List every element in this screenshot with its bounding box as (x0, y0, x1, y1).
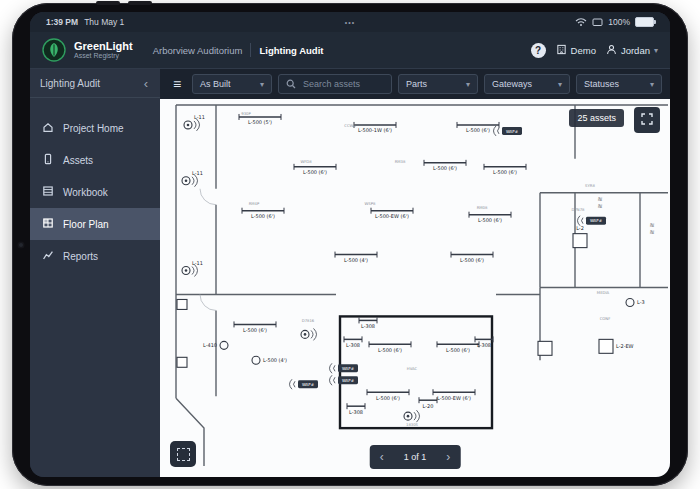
sidebar-item-project-home[interactable]: Project Home (30, 112, 160, 144)
help-button[interactable]: ? (531, 43, 546, 58)
fixture-rm08[interactable]: RM08 (477, 205, 488, 210)
fixture-l-308[interactable]: L-308 (347, 403, 365, 414)
sidebar-item-floor-plan[interactable]: Floor Plan (30, 208, 160, 240)
fixture-speaker[interactable] (404, 410, 420, 422)
sidebar-item-workbook[interactable]: Workbook (30, 176, 160, 208)
next-page-button[interactable]: › (436, 450, 460, 464)
screen-mirroring-icon (592, 18, 603, 27)
fixture-l-5006[interactable]: L-500 (6') (451, 252, 493, 263)
sidebar-item-assets[interactable]: Assets (30, 144, 160, 176)
breadcrumb-location[interactable]: Arborview Auditorium (153, 45, 243, 56)
fixture-l-500-ew6[interactable]: L-500-EW (6') (371, 208, 413, 219)
fixture-l-11[interactable]: L-11 (184, 114, 205, 131)
chevron-down-icon: ▾ (260, 80, 264, 89)
floor-plan-area[interactable]: L-500 (5')L-500-1W (6')L-500 (6')L-500 (… (160, 99, 670, 477)
svg-text:L-308: L-308 (477, 342, 491, 348)
fixture-l-308[interactable]: L-308 (344, 336, 362, 347)
fixture-wap[interactable]: WAP# (330, 363, 359, 373)
breadcrumb-divider (250, 43, 251, 57)
app-subtitle: Asset Registry (74, 52, 133, 59)
fixture-speaker[interactable] (301, 328, 317, 340)
fixture-syr8[interactable]: SYR8 (585, 183, 595, 188)
fixture-l-20[interactable]: L-20 (419, 397, 437, 408)
user-menu[interactable]: Jordan ▾ (606, 44, 658, 57)
fixture-conf[interactable]: CONF (600, 316, 611, 321)
svg-text:WAP#: WAP# (302, 382, 315, 387)
page-indicator: 1 of 1 (394, 452, 437, 462)
fixture-930p[interactable]: 930P (241, 111, 251, 116)
fixture-l-11[interactable]: L-11 (182, 260, 203, 277)
sidebar-item-reports[interactable]: Reports (30, 240, 160, 272)
org-switcher[interactable]: Demo (556, 44, 596, 57)
fixture-l-308[interactable]: L-308 (475, 336, 493, 347)
fixture-l-5006[interactable]: L-500 (6') (234, 321, 276, 332)
fixture-l-5006[interactable]: L-500 (6') (367, 389, 409, 400)
hardware-button (96, 1, 120, 5)
assets-count-badge: 25 assets (569, 109, 624, 127)
fixture-box[interactable] (538, 341, 552, 355)
fixture-l-5006[interactable]: L-500 (6') (369, 341, 411, 352)
fixture-wap[interactable]: WAP# (330, 375, 359, 385)
prev-page-button[interactable]: ‹ (370, 450, 394, 464)
svg-text:L-500 (4'): L-500 (4') (263, 357, 287, 363)
fixture-hvac[interactable]: HVAC (407, 366, 418, 371)
fixture-l-11[interactable]: L-11 (182, 170, 203, 187)
fixture-l-500-1w6[interactable]: L-500-1W (6') (354, 122, 396, 133)
statuses-filter-select[interactable]: Statuses ▾ (576, 74, 662, 94)
fixture-rm38[interactable]: RM38 (395, 159, 406, 164)
screen: 1:39 PM Thu May 1 ••• 100% (30, 12, 670, 477)
fixture-1830s[interactable]: 1830S (406, 422, 419, 427)
fixture-l-5006[interactable]: L-500 (6') (242, 208, 284, 219)
fixture-media[interactable]: MEDIA (597, 290, 610, 295)
fixture-l-5006[interactable]: L-500 (6') (469, 212, 511, 223)
svg-text:930P: 930P (241, 111, 251, 116)
search-input[interactable] (301, 78, 384, 90)
layers-menu-icon[interactable]: ≡ (168, 76, 186, 92)
marquee-select-button[interactable] (170, 441, 196, 467)
fixture-wap[interactable]: WAP# (290, 379, 319, 389)
fixture-d7n78[interactable]: D7N78 (572, 207, 586, 212)
floorplan-canvas[interactable]: L-500 (5')L-500-1W (6')L-500 (6')L-500 (… (160, 99, 670, 477)
svg-text:RM38: RM38 (395, 159, 406, 164)
fixture-l-2-ew[interactable]: L-2-EW (599, 339, 634, 353)
fixture-box-s[interactable] (177, 357, 187, 367)
svg-text:L-500 (6'): L-500 (6') (303, 169, 327, 175)
svg-text:L-308: L-308 (349, 409, 363, 415)
fixture-l-5006[interactable]: L-500 (6') (424, 160, 466, 171)
fullscreen-button[interactable] (634, 107, 660, 133)
parts-filter-select[interactable]: Parts ▾ (398, 74, 478, 94)
view-select[interactable]: As Built ▾ (192, 74, 272, 94)
svg-text:SYR8: SYR8 (585, 183, 595, 188)
status-menu-dots[interactable]: ••• (226, 19, 474, 26)
search-box[interactable] (278, 74, 392, 94)
fixture-l-5006[interactable]: L-500 (6') (294, 164, 336, 175)
gateways-filter-select[interactable]: Gateways ▾ (484, 74, 570, 94)
fixture-squig[interactable]: ≋ (597, 202, 602, 209)
fixture-l-5006[interactable]: L-500 (6') (457, 122, 499, 133)
fixture-ccwa[interactable]: CCWA (344, 123, 356, 128)
fixture-wsp8[interactable]: WSP8 (365, 201, 376, 206)
svg-text:L-500 (6'): L-500 (6') (433, 165, 457, 171)
svg-text:L-500-1W (6'): L-500-1W (6') (358, 127, 392, 133)
fixture-wfd8[interactable]: WFD8 (300, 159, 312, 164)
fixture-squig[interactable]: ≋ (649, 228, 654, 235)
greenlight-logo-icon (42, 38, 66, 62)
fixture-l-5004[interactable]: L-500 (4') (252, 356, 287, 364)
fixture-box-s[interactable] (177, 299, 187, 309)
fixture-d7816[interactable]: D7816 (302, 318, 315, 323)
svg-text:≋: ≋ (597, 195, 602, 202)
fixture-squig[interactable]: ≋ (597, 195, 602, 202)
sidebar-collapse-icon[interactable]: ‹ (142, 76, 150, 91)
fixture-squig[interactable]: ≋ (649, 221, 654, 228)
fixture-l-5006[interactable]: L-500 (6') (484, 164, 526, 175)
fixture-wap[interactable]: WAP# (494, 126, 523, 136)
table-icon (42, 185, 54, 199)
fixture-l-308[interactable]: L-308 (359, 317, 377, 328)
fixture-l-3[interactable]: L-3 (626, 298, 645, 306)
fixture-l-500-ew6[interactable]: L-500-EW (6') (433, 389, 475, 400)
fixture-l-5004[interactable]: L-500 (4') (335, 252, 377, 263)
fixture-rm4p[interactable]: RM4P (249, 201, 260, 206)
fixture-l-5006[interactable]: L-500 (6') (437, 341, 479, 352)
fixture-l-410[interactable]: L-410 (203, 341, 228, 349)
svg-text:WAP#: WAP# (590, 218, 603, 223)
